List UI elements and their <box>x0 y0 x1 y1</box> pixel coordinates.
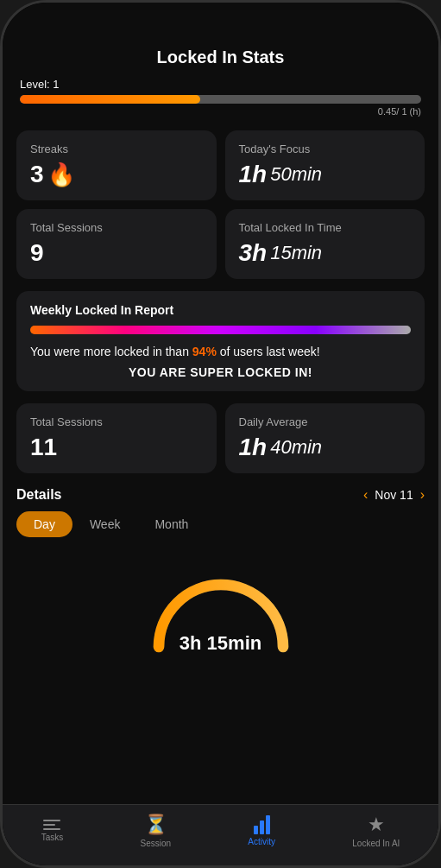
nav-item-session[interactable]: ⏳ Session <box>140 814 171 848</box>
nav-label-tasks: Tasks <box>41 833 64 842</box>
details-header: Details ‹ Nov 11 › <box>16 487 425 503</box>
weekly-progress-bar <box>30 326 411 334</box>
nav-label-locked-in-ai: Locked In AI <box>352 839 400 848</box>
phone-frame: Locked In Stats Level: 1 0.45/ 1 (h) Str… <box>0 0 441 868</box>
details-section: Details ‹ Nov 11 › Day Week Month <box>3 480 438 674</box>
header: Locked In Stats <box>3 3 438 74</box>
total-sessions-card: Total Sessions 9 <box>16 209 217 279</box>
bottom-nav: Tasks ⏳ Session Activity ★ Locked In AI <box>3 804 438 865</box>
weekly-total-sessions-label: Total Sessions <box>30 415 203 428</box>
circle-chart: 3h 15min <box>16 548 425 674</box>
weekly-title: Weekly Locked In Report <box>30 303 411 317</box>
nav-label-session: Session <box>140 839 171 848</box>
total-sessions-value: 9 <box>30 239 203 267</box>
daily-average-card: Daily Average 1h 40min <box>225 403 425 473</box>
todays-focus-value: 1h 50min <box>239 161 412 188</box>
total-locked-time-label: Total Locked In Time <box>239 221 412 234</box>
details-date: Nov 11 <box>375 488 413 502</box>
daily-average-value: 1h 40min <box>239 434 412 461</box>
daily-average-label: Daily Average <box>239 415 412 428</box>
streaks-card: Streaks 3 🔥 <box>16 130 217 200</box>
nav-item-activity[interactable]: Activity <box>248 815 275 846</box>
star-icon: ★ <box>368 814 385 836</box>
nav-item-locked-in-ai[interactable]: ★ Locked In AI <box>352 814 400 848</box>
weekly-text: You were more locked in than 94% of user… <box>30 345 411 358</box>
level-label: Level: 1 <box>20 78 421 91</box>
level-section: Level: 1 0.45/ 1 (h) <box>3 74 438 124</box>
todays-focus-card: Today's Focus 1h 50min <box>225 130 425 200</box>
level-progress-bar <box>20 95 421 104</box>
level-sub: 0.45/ 1 (h) <box>20 106 421 117</box>
details-tab-row: Day Week Month <box>16 511 425 537</box>
tab-week[interactable]: Week <box>72 511 138 537</box>
weekly-section: Weekly Locked In Report You were more lo… <box>16 291 425 391</box>
streaks-label: Streaks <box>30 143 203 155</box>
level-progress-fill <box>20 95 200 104</box>
weekly-total-sessions-value: 11 <box>30 434 203 461</box>
details-prev-button[interactable]: ‹ <box>363 487 368 503</box>
nav-label-activity: Activity <box>248 837 275 846</box>
tab-month[interactable]: Month <box>137 511 205 537</box>
details-title: Details <box>16 487 61 503</box>
details-next-button[interactable]: › <box>420 487 425 503</box>
stats-grid: Streaks 3 🔥 Today's Focus 1h 50min Total… <box>3 124 438 286</box>
screen: Locked In Stats Level: 1 0.45/ 1 (h) Str… <box>3 3 438 865</box>
weekly-total-sessions-card: Total Sessions 11 <box>16 403 217 473</box>
details-nav: ‹ Nov 11 › <box>363 487 425 503</box>
total-locked-time-value: 3h 15min <box>239 239 412 267</box>
weekly-stats-grid: Total Sessions 11 Daily Average 1h 40min <box>3 396 438 480</box>
circle-chart-label: 3h 15min <box>180 632 261 655</box>
total-sessions-label: Total Sessions <box>30 221 203 234</box>
page-title: Locked In Stats <box>157 48 285 67</box>
tab-day[interactable]: Day <box>16 511 72 537</box>
nav-item-tasks[interactable]: Tasks <box>41 820 64 842</box>
streaks-value: 3 🔥 <box>30 161 203 188</box>
weekly-super-text: YOU ARE SUPER LOCKED IN! <box>30 365 411 379</box>
barchart-icon <box>254 815 270 834</box>
todays-focus-label: Today's Focus <box>239 143 412 155</box>
tasks-icon <box>43 820 60 830</box>
fire-icon: 🔥 <box>47 162 75 188</box>
total-locked-time-card: Total Locked In Time 3h 15min <box>225 209 425 279</box>
hourglass-icon: ⏳ <box>144 814 167 836</box>
weekly-percent: 94% <box>192 345 217 358</box>
